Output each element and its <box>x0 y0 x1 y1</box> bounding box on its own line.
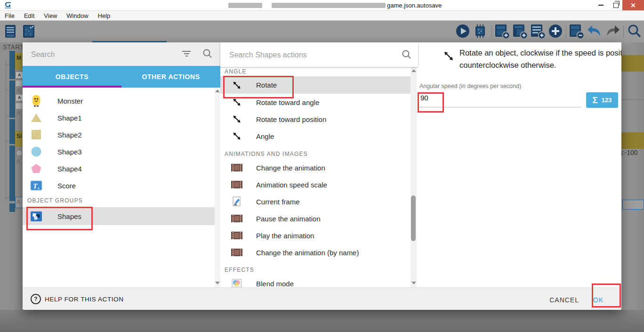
toolbar <box>0 21 644 42</box>
action-row-rotate-toward-angle[interactable]: Rotate toward angle <box>220 94 411 111</box>
scroll-up-icon[interactable] <box>215 89 220 92</box>
action-a-chip: A <box>16 94 23 101</box>
film-icon <box>231 163 243 172</box>
frame-edit-icon <box>231 196 243 207</box>
help-for-this-action-button[interactable]: ? HELP FOR THIS ACTION <box>31 294 124 304</box>
menu-file[interactable]: File <box>0 12 19 19</box>
menu-edit[interactable]: Edit <box>19 12 39 19</box>
condition-icon-fragment <box>16 150 23 156</box>
object-row-score[interactable]: Tx Score <box>23 177 215 194</box>
undo-icon[interactable] <box>586 24 603 40</box>
object-group-icon <box>30 210 42 222</box>
object-row-shape3[interactable]: Shape3 <box>23 143 215 160</box>
action-row-pause-animation[interactable]: Pause the animation <box>220 210 411 227</box>
object-selector-panel: OBJECTS OTHER ACTIONS Monster Shape1 <box>23 42 220 287</box>
action-selector-panel: ANGLE Rotate Rotate toward angle <box>220 42 418 287</box>
debug-icon[interactable] <box>473 24 488 40</box>
redo-icon[interactable] <box>604 24 621 40</box>
parameter-label: Angular speed (in degrees per second) <box>419 83 521 89</box>
text-object-icon: Tx <box>30 179 42 192</box>
rotate-icon <box>231 114 243 124</box>
add-comment-icon[interactable] <box>530 24 546 41</box>
object-row-shape2[interactable]: Shape2 <box>23 126 215 143</box>
menu-help[interactable]: Help <box>93 12 115 19</box>
minimize-button[interactable] <box>594 0 607 10</box>
action-search-bar <box>220 42 418 67</box>
add-circle-icon[interactable] <box>548 24 563 40</box>
object-list: Monster Shape1 Shape2 <box>23 88 215 287</box>
event-header-fragment: M <box>15 53 23 70</box>
redacted-path-segment <box>228 3 262 8</box>
action-row-rotate-toward-position[interactable]: Rotate toward position <box>220 111 411 128</box>
sigma-icon: Σ <box>592 95 597 105</box>
action-description: Rotate an object, clockwise if the speed… <box>459 47 621 71</box>
film-icon <box>231 248 243 257</box>
section-header-angle: ANGLE <box>220 67 411 76</box>
menu-view[interactable]: View <box>39 12 62 19</box>
search-icon[interactable] <box>202 49 213 61</box>
action-list: ANGLE Rotate Rotate toward angle <box>220 67 411 287</box>
add-subevent-icon[interactable] <box>512 24 528 41</box>
action-row-blend-mode[interactable]: Blend mode <box>220 275 411 287</box>
gdevelop-logo-icon <box>4 1 12 11</box>
event-header-fragment: Si <box>15 131 23 147</box>
object-search-input[interactable] <box>30 48 173 61</box>
redacted-path-segment <box>272 3 386 8</box>
monster-sprite-icon <box>30 95 42 107</box>
expression-editor-button[interactable]: Σ 123 <box>586 92 618 108</box>
scroll-down-icon[interactable] <box>411 282 416 284</box>
square-icon <box>30 129 42 141</box>
film-icon <box>231 180 243 189</box>
cancel-button[interactable]: CANCEL <box>546 293 583 307</box>
ok-button[interactable]: OK <box>589 293 607 307</box>
object-row-monster[interactable]: Monster <box>23 92 215 109</box>
action-search-input[interactable] <box>228 49 390 62</box>
object-row-shape4[interactable]: Shape4 <box>23 160 215 177</box>
add-event-icon[interactable] <box>494 24 510 41</box>
rotate-icon <box>231 131 243 141</box>
angular-speed-input[interactable] <box>419 93 454 102</box>
open-project-icon[interactable] <box>4 24 19 41</box>
menu-window[interactable]: Window <box>62 12 93 19</box>
action-a-chip: A <box>16 72 23 79</box>
action-row-change-animation[interactable]: Change the animation <box>220 159 411 176</box>
filter-icon[interactable] <box>182 51 191 57</box>
scrollbar-thumb[interactable] <box>411 195 416 241</box>
gdevelop-window: game.json.autosave ✕ File Edit View Wind… <box>0 0 644 332</box>
scroll-up-icon[interactable] <box>411 69 416 72</box>
action-list-scrollbar[interactable] <box>411 67 417 287</box>
restore-button[interactable] <box>609 0 622 10</box>
rotate-icon <box>443 50 455 64</box>
object-search-bar <box>23 42 220 66</box>
svg-text:x: x <box>37 186 40 190</box>
tab-objects[interactable]: OBJECTS <box>23 66 121 88</box>
action-row-play-animation[interactable]: Play the animation <box>220 227 411 244</box>
pentagon-icon <box>30 162 42 175</box>
search-icon[interactable] <box>402 49 412 62</box>
film-icon <box>231 231 243 240</box>
tab-other-actions[interactable]: OTHER ACTIONS <box>121 66 220 88</box>
object-row-shape1[interactable]: Shape1 <box>23 109 215 126</box>
film-icon <box>231 214 243 223</box>
scroll-down-icon[interactable] <box>215 282 220 284</box>
input-underline <box>419 107 581 107</box>
selector-tabs: OBJECTS OTHER ACTIONS <box>23 66 220 88</box>
delete-event-icon[interactable] <box>569 24 585 41</box>
dimmed-right-strip: ):-100 <box>621 42 644 310</box>
close-button[interactable]: ✕ <box>622 0 644 10</box>
action-row-angle[interactable]: Angle <box>220 128 411 145</box>
menubar: File Edit View Window Help <box>0 11 644 21</box>
action-row-animation-speed-scale[interactable]: Animation speed scale <box>220 176 411 193</box>
group-row-shapes[interactable]: Shapes <box>23 207 215 225</box>
play-icon[interactable] <box>455 24 470 40</box>
action-row-rotate[interactable]: Rotate <box>220 76 411 94</box>
object-list-scrollbar[interactable] <box>215 88 220 287</box>
search-icon[interactable] <box>627 24 642 40</box>
action-row-current-frame[interactable]: Current frame <box>220 193 411 210</box>
dimmed-bottom-strip <box>0 310 644 332</box>
help-icon: ? <box>31 294 41 304</box>
titlebar: game.json.autosave ✕ <box>0 0 644 11</box>
scene-editor-icon[interactable] <box>22 24 37 41</box>
action-row-change-animation-by-name[interactable]: Change the animation (by name) <box>220 244 411 261</box>
rotate-icon <box>231 97 243 107</box>
